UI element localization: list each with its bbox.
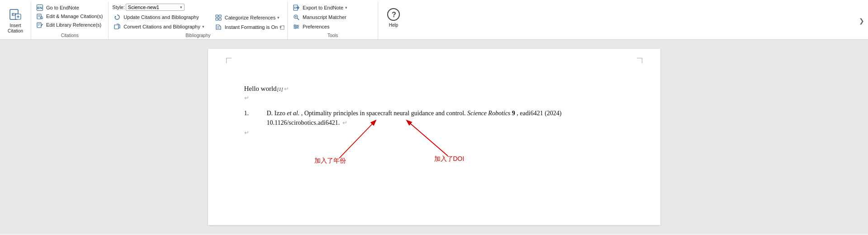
bib-volume: 9 <box>512 110 515 117</box>
export-to-endnote-button[interactable]: EN Export to EndNote ▾ <box>291 4 374 12</box>
svg-line-25 <box>297 18 299 20</box>
annotations-overlay: 加入了年份 加入了DOI <box>244 138 624 174</box>
citations-group-label: Citations <box>31 33 108 38</box>
insert-citation-button[interactable]: EN Insert Citation <box>4 6 27 36</box>
svg-rect-17 <box>216 18 218 20</box>
help-label: Help <box>389 23 398 28</box>
hello-world-text: Hello world <box>244 85 277 93</box>
style-value: Science-new1 <box>128 5 159 10</box>
bib-end-mark: ↵ <box>342 119 347 126</box>
svg-rect-16 <box>219 15 221 17</box>
citation-reference: [1] <box>277 87 283 92</box>
bibliography-section: 1. D. Izzo et al. , Optimality principle… <box>244 108 624 136</box>
convert-arrow: ▾ <box>202 24 204 29</box>
svg-rect-18 <box>219 18 221 20</box>
line-break-mark-2: ↵ <box>244 129 624 136</box>
insert-citation-group: EN Insert Citation <box>0 2 31 39</box>
help-button[interactable]: ? Help <box>382 5 405 30</box>
update-citations-label: Update Citations and Bibliography <box>123 14 199 20</box>
tools-group: EN Export to EndNote ▾ Manuscript Matche… <box>288 2 378 39</box>
document-area: Hello world [1] ↵ ↵ 1. D. Izzo et al. , … <box>0 40 868 234</box>
style-dropdown[interactable]: Science-new1 ▾ <box>126 4 185 11</box>
svg-text:?: ? <box>392 11 396 19</box>
preferences-icon <box>293 24 299 30</box>
doi-annotation-label: 加入了DOI <box>434 155 465 163</box>
tools-group-label: Tools <box>288 33 378 38</box>
edit-library-reference-label: Edit Library Reference(s) <box>46 22 101 28</box>
instant-formatting-label: Instant Formatting is On <box>225 24 278 30</box>
preferences-label: Preferences <box>303 24 329 29</box>
svg-rect-15 <box>216 15 218 17</box>
svg-point-32 <box>297 26 298 28</box>
bib-number: 1. <box>244 108 267 127</box>
style-dropdown-arrow: ▾ <box>180 5 182 9</box>
hello-world-line: Hello world [1] ↵ <box>244 85 624 93</box>
bibliography-expand-icon[interactable] <box>280 25 285 31</box>
preferences-button[interactable]: Preferences <box>291 23 374 31</box>
line-break-mark-1: ↵ <box>244 94 624 101</box>
svg-marker-13 <box>115 16 116 18</box>
export-arrow: ▾ <box>345 5 347 10</box>
endnote-icon: EN <box>37 5 43 11</box>
svg-point-31 <box>294 25 296 26</box>
svg-rect-14 <box>114 25 119 29</box>
style-selector-row: Style: Science-new1 ▾ <box>112 4 206 11</box>
edit-manage-citation-label: Edit & Manage Citation(s) <box>46 14 103 19</box>
bibliography-item-1: 1. D. Izzo et al. , Optimality principle… <box>244 108 624 127</box>
edit-library-icon <box>37 22 43 28</box>
help-group: ? Help <box>378 2 411 39</box>
edit-manage-citation-button[interactable]: Edit & Manage Citation(s) <box>35 12 104 20</box>
bib-text: D. Izzo et al. , Optimality principles i… <box>267 108 624 127</box>
update-citations-button[interactable]: Update Citations and Bibliography <box>112 13 206 21</box>
manuscript-matcher-button[interactable]: Manuscript Matcher <box>291 13 374 21</box>
document-content: Hello world [1] ↵ ↵ 1. D. Izzo et al. , … <box>244 67 624 174</box>
bib-journal: Science Robotics <box>467 110 510 117</box>
go-to-endnote-button[interactable]: EN Go to EndNote <box>35 4 81 12</box>
bib-title: , Optimality principles in spacecraft ne… <box>301 110 466 117</box>
go-to-endnote-label: Go to EndNote <box>46 5 79 10</box>
citations-group: EN Go to EndNote Edit & Manage Citation(… <box>31 2 109 39</box>
svg-rect-21 <box>280 26 284 29</box>
edit-library-reference-button[interactable]: Edit Library Reference(s) <box>35 21 103 29</box>
convert-citations-label: Convert Citations and Bibliography <box>123 24 200 29</box>
corner-mark-tl <box>226 58 232 63</box>
year-annotation-label: 加入了年份 <box>314 157 346 165</box>
paragraph-mark-1: ↵ <box>284 85 289 93</box>
categorize-references-button[interactable]: Categorize References ▾ <box>213 14 284 22</box>
ribbon-expand-button[interactable]: ❯ <box>859 2 868 39</box>
instant-formatting-button[interactable]: Instant Formatting is On ▾ <box>213 23 284 31</box>
document-page: Hello world [1] ↵ ↵ 1. D. Izzo et al. , … <box>208 49 660 225</box>
insert-citation-label: Insert Citation <box>8 23 23 34</box>
bib-etal: et al. <box>287 110 299 117</box>
export-icon: EN <box>293 5 299 11</box>
help-icon: ? <box>386 7 401 22</box>
bibliography-group-label: Bibliography <box>109 33 287 38</box>
svg-point-33 <box>295 28 296 29</box>
instant-formatting-icon <box>215 24 222 30</box>
categorize-arrow: ▾ <box>277 15 280 20</box>
manuscript-icon <box>293 14 299 20</box>
corner-mark-tr <box>637 58 642 63</box>
style-label: Style: <box>112 5 125 10</box>
update-icon <box>114 14 120 20</box>
export-to-endnote-label: Export to EndNote <box>303 5 343 10</box>
convert-citations-button[interactable]: Convert Citations and Bibliography ▾ <box>112 23 206 31</box>
bibliography-group: Style: Science-new1 ▾ Update Citations a… <box>109 2 288 39</box>
manuscript-matcher-label: Manuscript Matcher <box>303 14 346 20</box>
categorize-icon <box>215 14 222 21</box>
ribbon: EN Insert Citation EN Go to EndNote <box>0 0 868 40</box>
insert-citation-icon: EN <box>8 8 23 22</box>
edit-manage-icon <box>37 13 43 19</box>
bib-authors: D. Izzo <box>267 110 285 117</box>
ribbon-expand-icon: ❯ <box>859 17 864 24</box>
categorize-references-label: Categorize References <box>225 15 276 20</box>
convert-icon <box>114 24 120 30</box>
svg-line-9 <box>43 19 43 19</box>
